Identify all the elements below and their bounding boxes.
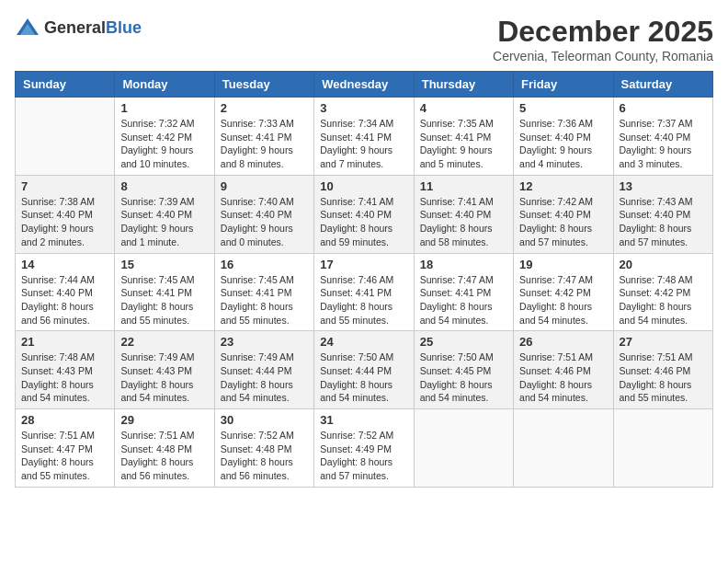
- calendar-cell: 20Sunrise: 7:48 AMSunset: 4:42 PMDayligh…: [613, 253, 712, 331]
- sunrise-text: Sunrise: 7:51 AM: [21, 430, 95, 441]
- day-number: 5: [519, 101, 607, 115]
- calendar-header-row: SundayMondayTuesdayWednesdayThursdayFrid…: [16, 72, 713, 98]
- month-title: December 2025: [493, 15, 713, 49]
- logo-text-blue: Blue: [106, 18, 142, 37]
- day-number: 19: [519, 258, 607, 271]
- daylight-text: Daylight: 8 hours and 54 minutes.: [519, 301, 592, 326]
- calendar-cell: 4Sunrise: 7:35 AMSunset: 4:41 PMDaylight…: [414, 98, 513, 176]
- day-number: 26: [519, 335, 607, 349]
- sunset-text: Sunset: 4:48 PM: [120, 443, 192, 454]
- day-info: Sunrise: 7:48 AMSunset: 4:42 PMDaylight:…: [620, 273, 707, 327]
- day-info: Sunrise: 7:51 AMSunset: 4:48 PMDaylight:…: [120, 429, 208, 483]
- day-info: Sunrise: 7:45 AMSunset: 4:41 PMDaylight:…: [221, 273, 308, 327]
- sunrise-text: Sunrise: 7:48 AM: [620, 274, 693, 285]
- day-number: 16: [221, 258, 308, 271]
- calendar-cell: [613, 409, 712, 488]
- day-info: Sunrise: 7:52 AMSunset: 4:48 PMDaylight:…: [221, 429, 308, 483]
- calendar-cell: [16, 98, 115, 176]
- sunrise-text: Sunrise: 7:38 AM: [21, 196, 95, 207]
- sunrise-text: Sunrise: 7:44 AM: [21, 274, 95, 285]
- calendar-cell: 22Sunrise: 7:49 AMSunset: 4:43 PMDayligh…: [115, 331, 214, 409]
- day-number: 30: [221, 413, 308, 427]
- sunset-text: Sunset: 4:41 PM: [221, 132, 292, 143]
- sunrise-text: Sunrise: 7:48 AM: [21, 351, 95, 362]
- daylight-text: Daylight: 8 hours and 55 minutes.: [320, 301, 392, 326]
- day-number: 4: [420, 101, 507, 115]
- day-number: 15: [120, 258, 208, 271]
- sunset-text: Sunset: 4:43 PM: [120, 365, 192, 376]
- day-info: Sunrise: 7:45 AMSunset: 4:41 PMDaylight:…: [120, 273, 208, 327]
- calendar-cell: 13Sunrise: 7:43 AMSunset: 4:40 PMDayligh…: [613, 175, 712, 253]
- sunrise-text: Sunrise: 7:39 AM: [120, 196, 194, 207]
- day-number: 8: [120, 179, 208, 193]
- sunset-text: Sunset: 4:43 PM: [21, 365, 93, 376]
- sunset-text: Sunset: 4:40 PM: [519, 132, 591, 143]
- sunset-text: Sunset: 4:40 PM: [221, 209, 292, 220]
- daylight-text: Daylight: 8 hours and 54 minutes.: [120, 379, 193, 404]
- day-info: Sunrise: 7:51 AMSunset: 4:46 PMDaylight:…: [519, 350, 607, 405]
- sunset-text: Sunset: 4:44 PM: [221, 365, 292, 376]
- sunset-text: Sunset: 4:46 PM: [620, 365, 691, 376]
- sunrise-text: Sunrise: 7:40 AM: [221, 196, 294, 207]
- sunrise-text: Sunrise: 7:36 AM: [519, 118, 593, 129]
- sunrise-text: Sunrise: 7:50 AM: [420, 351, 494, 362]
- daylight-text: Daylight: 8 hours and 58 minutes.: [420, 223, 493, 247]
- sunset-text: Sunset: 4:44 PM: [320, 365, 392, 376]
- daylight-text: Daylight: 8 hours and 54 minutes.: [221, 379, 293, 404]
- daylight-text: Daylight: 8 hours and 54 minutes.: [620, 301, 692, 326]
- sunrise-text: Sunrise: 7:51 AM: [620, 351, 693, 362]
- calendar-cell: 25Sunrise: 7:50 AMSunset: 4:45 PMDayligh…: [414, 331, 513, 409]
- sunrise-text: Sunrise: 7:41 AM: [320, 196, 393, 207]
- daylight-text: Daylight: 8 hours and 57 minutes.: [320, 456, 392, 481]
- day-info: Sunrise: 7:35 AMSunset: 4:41 PMDaylight:…: [420, 117, 507, 171]
- calendar-cell: 14Sunrise: 7:44 AMSunset: 4:40 PMDayligh…: [16, 253, 115, 331]
- day-number: 9: [221, 179, 308, 193]
- sunset-text: Sunset: 4:41 PM: [420, 132, 492, 143]
- calendar-cell: 18Sunrise: 7:47 AMSunset: 4:41 PMDayligh…: [414, 253, 513, 331]
- calendar-cell: 15Sunrise: 7:45 AMSunset: 4:41 PMDayligh…: [115, 253, 214, 331]
- day-number: 21: [21, 335, 108, 349]
- day-number: 31: [320, 413, 407, 427]
- day-info: Sunrise: 7:40 AMSunset: 4:40 PMDaylight:…: [221, 195, 308, 249]
- calendar-week-row: 14Sunrise: 7:44 AMSunset: 4:40 PMDayligh…: [16, 253, 713, 331]
- day-number: 1: [120, 101, 208, 115]
- sunrise-text: Sunrise: 7:45 AM: [221, 274, 294, 285]
- sunrise-text: Sunrise: 7:43 AM: [620, 196, 693, 207]
- day-number: 22: [120, 335, 208, 349]
- daylight-text: Daylight: 8 hours and 54 minutes.: [320, 379, 392, 404]
- weekday-header: Thursday: [414, 72, 513, 98]
- calendar-week-row: 21Sunrise: 7:48 AMSunset: 4:43 PMDayligh…: [16, 331, 713, 409]
- day-number: 12: [519, 179, 607, 193]
- sunrise-text: Sunrise: 7:50 AM: [320, 351, 393, 362]
- sunset-text: Sunset: 4:48 PM: [221, 443, 292, 454]
- sunset-text: Sunset: 4:41 PM: [120, 287, 192, 298]
- day-info: Sunrise: 7:47 AMSunset: 4:42 PMDaylight:…: [519, 273, 607, 327]
- day-number: 29: [120, 413, 208, 427]
- day-info: Sunrise: 7:34 AMSunset: 4:41 PMDaylight:…: [320, 117, 407, 171]
- daylight-text: Daylight: 8 hours and 55 minutes.: [120, 301, 193, 326]
- calendar-week-row: 1Sunrise: 7:32 AMSunset: 4:42 PMDaylight…: [16, 98, 713, 176]
- calendar-cell: 12Sunrise: 7:42 AMSunset: 4:40 PMDayligh…: [514, 175, 613, 253]
- sunrise-text: Sunrise: 7:49 AM: [120, 351, 194, 362]
- sunset-text: Sunset: 4:49 PM: [320, 443, 392, 454]
- sunset-text: Sunset: 4:40 PM: [21, 287, 93, 298]
- sunrise-text: Sunrise: 7:32 AM: [120, 118, 194, 129]
- daylight-text: Daylight: 8 hours and 55 minutes.: [620, 379, 692, 404]
- weekday-header: Wednesday: [314, 72, 414, 98]
- sunset-text: Sunset: 4:42 PM: [120, 132, 192, 143]
- calendar-cell: 31Sunrise: 7:52 AMSunset: 4:49 PMDayligh…: [314, 409, 414, 488]
- daylight-text: Daylight: 8 hours and 54 minutes.: [519, 379, 592, 404]
- daylight-text: Daylight: 9 hours and 7 minutes.: [320, 144, 392, 169]
- sunrise-text: Sunrise: 7:42 AM: [519, 196, 593, 207]
- day-info: Sunrise: 7:51 AMSunset: 4:47 PMDaylight:…: [21, 429, 108, 483]
- day-info: Sunrise: 7:49 AMSunset: 4:43 PMDaylight:…: [120, 350, 208, 405]
- weekday-header: Tuesday: [214, 72, 313, 98]
- day-number: 24: [320, 335, 407, 349]
- day-info: Sunrise: 7:49 AMSunset: 4:44 PMDaylight:…: [221, 350, 308, 405]
- daylight-text: Daylight: 8 hours and 54 minutes.: [21, 379, 94, 404]
- day-number: 13: [620, 179, 707, 193]
- daylight-text: Daylight: 9 hours and 4 minutes.: [519, 144, 592, 169]
- day-info: Sunrise: 7:43 AMSunset: 4:40 PMDaylight:…: [620, 195, 707, 249]
- sunset-text: Sunset: 4:41 PM: [320, 287, 392, 298]
- day-info: Sunrise: 7:32 AMSunset: 4:42 PMDaylight:…: [120, 117, 208, 171]
